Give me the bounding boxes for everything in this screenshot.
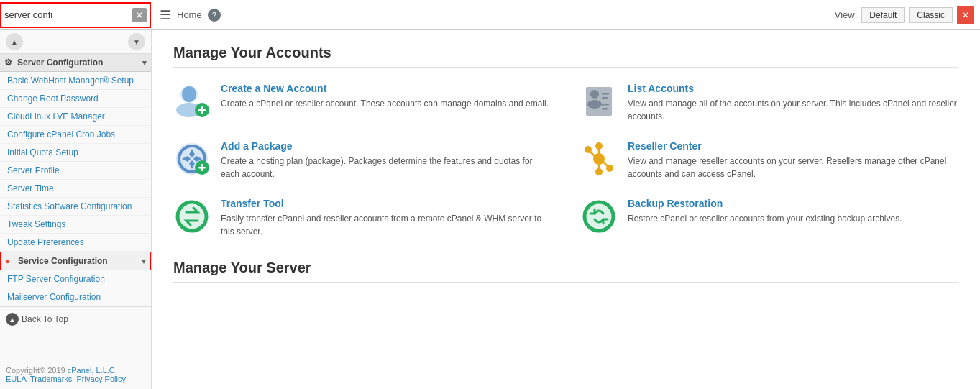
search-clear-button[interactable]: ✕ (132, 8, 147, 22)
svg-point-7 (590, 90, 599, 99)
help-icon[interactable]: ? (208, 9, 221, 22)
sidebar-item-change-root[interactable]: Change Root Password (0, 90, 151, 108)
create-account-desc: Create a cPanel or reseller account. The… (221, 97, 549, 110)
footer-privacy-link[interactable]: Privacy Policy (76, 375, 125, 383)
create-account-title[interactable]: Create a New Account (221, 83, 549, 94)
card-backup-restoration[interactable]: Backup Restoration Restore cPanel or res… (580, 198, 958, 238)
transfer-tool-icon (173, 198, 211, 235)
transfer-tool-text: Transfer Tool Easily transfer cPanel and… (221, 198, 551, 238)
card-reseller-center[interactable]: Reseller Center View and manage reseller… (580, 140, 958, 180)
backup-restoration-title[interactable]: Backup Restoration (628, 198, 902, 209)
reseller-center-title[interactable]: Reseller Center (628, 140, 958, 152)
server-config-arrow: ▾ (142, 58, 147, 68)
sidebar-item-server-time[interactable]: Server Time (0, 180, 151, 198)
reseller-center-desc: View and manage reseller accounts on you… (628, 155, 958, 180)
svg-rect-5 (201, 106, 203, 114)
sidebar-item-mailserver[interactable]: Mailserver Configuration (0, 288, 151, 306)
server-config-label: Server Configuration (17, 58, 139, 68)
backup-restoration-text: Backup Restoration Restore cPanel or res… (628, 198, 902, 225)
card-add-package[interactable]: Add a Package Create a hosting plan (pac… (173, 140, 551, 180)
create-account-icon (173, 83, 211, 120)
sidebar-item-cpanel-cron[interactable]: Configure cPanel Cron Jobs (0, 126, 151, 144)
svg-point-20 (595, 142, 603, 150)
view-section: View: Default Classic ✕ (835, 6, 980, 24)
section2-title: Manage Your Server (173, 260, 958, 283)
svg-point-18 (593, 153, 605, 165)
svg-point-1 (182, 86, 196, 102)
sidebar-item-cloudlinux[interactable]: CloudLinux LVE Manager (0, 108, 151, 126)
footer-eula-link[interactable]: EULA (6, 375, 26, 383)
layout: ▲ ▼ ⚙ Server Configuration ▾ Basic WebHo… (0, 30, 980, 389)
top-bar-middle: ☰ Home ? (151, 7, 835, 23)
search-box: ✕ (0, 2, 151, 28)
card-list-accounts[interactable]: List Accounts View and manage all of the… (580, 83, 958, 123)
svg-rect-17 (201, 164, 203, 171)
view-default-button[interactable]: Default (861, 7, 905, 23)
list-accounts-icon (580, 83, 618, 120)
reseller-center-icon (580, 140, 618, 178)
sidebar-item-tweak-settings[interactable]: Tweak Settings (0, 216, 151, 234)
svg-point-8 (587, 100, 602, 109)
svg-point-22 (595, 168, 603, 175)
section1-title: Manage Your Accounts (173, 45, 958, 68)
create-account-text: Create a New Account Create a cPanel or … (221, 83, 549, 110)
service-config-label: Service Configuration (18, 256, 139, 266)
back-to-top[interactable]: ▲ Back To Top (0, 306, 151, 331)
sidebar-item-basic-webhost[interactable]: Basic WebHost Manager® Setup (0, 72, 151, 90)
card-transfer-tool[interactable]: Transfer Tool Easily transfer cPanel and… (173, 198, 551, 238)
reseller-center-text: Reseller Center View and manage reseller… (628, 140, 958, 180)
svg-line-23 (590, 152, 595, 156)
sidebar-item-statistics-software[interactable]: Statistics Software Configuration (0, 198, 151, 216)
service-config-section-header[interactable]: ● Service Configuration ▾ (0, 252, 151, 270)
nav-down-arrow[interactable]: ▼ (128, 33, 145, 50)
view-classic-button[interactable]: Classic (909, 7, 953, 23)
svg-line-25 (603, 162, 608, 166)
card-create-new-account[interactable]: Create a New Account Create a cPanel or … (173, 83, 551, 123)
close-view-button[interactable]: ✕ (957, 6, 974, 24)
backup-restoration-desc: Restore cPanel or reseller accounts from… (628, 212, 902, 225)
add-package-desc: Create a hosting plan (package). Package… (221, 155, 551, 180)
sidebar-item-initial-quota[interactable]: Initial Quota Setup (0, 144, 151, 162)
sidebar: ▲ ▼ ⚙ Server Configuration ▾ Basic WebHo… (0, 30, 152, 389)
back-to-top-label: Back To Top (22, 314, 68, 324)
search-input[interactable] (4, 9, 132, 20)
svg-point-24 (585, 146, 592, 153)
server-config-section-header[interactable]: ⚙ Server Configuration ▾ (0, 54, 151, 72)
svg-point-26 (606, 165, 613, 172)
service-config-arrow: ▾ (142, 257, 146, 266)
svg-rect-12 (602, 108, 608, 110)
svg-rect-10 (602, 97, 608, 99)
add-package-icon (173, 140, 211, 178)
add-package-text: Add a Package Create a hosting plan (pac… (221, 140, 551, 180)
hamburger-icon[interactable]: ☰ (160, 7, 171, 23)
svg-rect-9 (602, 93, 609, 95)
main-content: Manage Your Accounts Create a New Accoun… (152, 30, 980, 389)
top-bar: ✕ ☰ Home ? View: Default Classic ✕ (0, 0, 980, 30)
list-accounts-text: List Accounts View and manage all of the… (628, 83, 958, 123)
transfer-tool-title[interactable]: Transfer Tool (221, 198, 551, 209)
footer-cpanel-link[interactable]: cPanel, L.L.C. (68, 366, 117, 375)
back-to-top-icon: ▲ (6, 313, 19, 326)
backup-restoration-icon (580, 198, 618, 235)
nav-up-arrow[interactable]: ▲ (6, 33, 23, 50)
cards-grid: Create a New Account Create a cPanel or … (173, 83, 958, 238)
list-accounts-desc: View and manage all of the accounts on y… (628, 97, 958, 123)
svg-rect-11 (602, 104, 609, 106)
transfer-tool-desc: Easily transfer cPanel and reseller acco… (221, 212, 551, 238)
home-link[interactable]: Home (177, 9, 202, 20)
sidebar-nav-arrows: ▲ ▼ (0, 30, 151, 54)
service-config-icon: ● (5, 256, 15, 266)
server-config-icon: ⚙ (4, 58, 14, 68)
sidebar-item-update-preferences[interactable]: Update Preferences (0, 234, 151, 252)
sidebar-footer: Copyright© 2019 cPanel, L.L.C. EULA Trad… (0, 360, 151, 389)
footer-trademarks-link[interactable]: Trademarks (30, 375, 72, 383)
add-package-title[interactable]: Add a Package (221, 140, 551, 152)
sidebar-item-server-profile[interactable]: Server Profile (0, 162, 151, 180)
view-label: View: (835, 9, 858, 20)
footer-copyright: Copyright© 2019 (6, 366, 68, 375)
list-accounts-title[interactable]: List Accounts (628, 83, 958, 94)
sidebar-item-ftp-server[interactable]: FTP Server Configuration (0, 270, 151, 288)
